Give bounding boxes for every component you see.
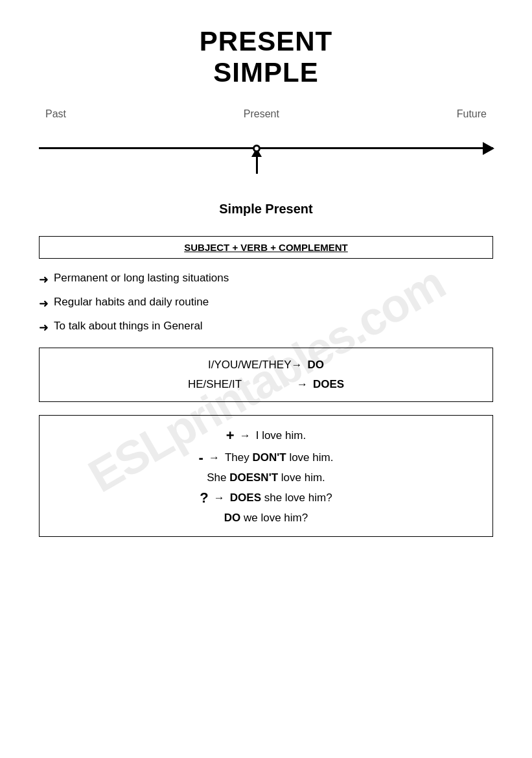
- timeline-diagram: [39, 123, 493, 174]
- use-text-2: Regular habits and daily routine: [54, 296, 209, 309]
- negative-text-1: They DON'T love him.: [225, 451, 334, 464]
- formula-box: SUBJECT + VERB + COMPLEMENT: [39, 236, 493, 259]
- negative-arrow: →: [209, 451, 220, 464]
- timeline-dot: [253, 145, 260, 152]
- use-text-1: Permanent or long lasting situations: [54, 272, 229, 285]
- conjugation-box: I/YOU/WE/THEY→ DO HE/SHE/IT → DOES: [39, 348, 493, 402]
- arrow-icon-1: ➜: [39, 272, 49, 287]
- timeline-line: [39, 147, 493, 149]
- negative-text-2: She DOESN'T love him.: [207, 471, 325, 484]
- future-label: Future: [457, 108, 487, 120]
- timeline-labels: Past Present Future: [39, 108, 493, 120]
- positive-text: I love him.: [256, 429, 306, 442]
- question-text-2: DO we love him?: [224, 512, 308, 525]
- conj-verb-2: DOES: [313, 378, 344, 391]
- question-arrow: →: [214, 492, 225, 504]
- negative-symbol: -: [199, 449, 203, 466]
- page-title: PRESENT SIMPLE: [39, 26, 493, 89]
- question-symbol: ?: [200, 490, 208, 506]
- arrow-icon-3: ➜: [39, 320, 49, 335]
- question-text-1: DOES she love him?: [230, 492, 332, 504]
- conj-arrow-2: →: [297, 378, 308, 391]
- conj-row-2: HE/SHE/IT → DOES: [55, 378, 477, 391]
- conj-verb-1: DO: [307, 359, 324, 372]
- uses-list: ➜ Permanent or long lasting situations ➜…: [39, 272, 493, 335]
- formula-text: SUBJECT + VERB + COMPLEMENT: [184, 242, 348, 253]
- positive-example: + → I love him.: [59, 427, 473, 444]
- use-item-3: ➜ To talk about things in General: [39, 320, 493, 335]
- use-item-1: ➜ Permanent or long lasting situations: [39, 272, 493, 287]
- arrow-icon-2: ➜: [39, 296, 49, 311]
- conj-subject-2: HE/SHE/IT: [188, 378, 292, 391]
- examples-box: + → I love him. - → They DON'T love him.…: [39, 415, 493, 537]
- simple-present-annotation: Simple Present: [39, 202, 493, 217]
- present-label: Present: [244, 108, 279, 120]
- conj-row-1: I/YOU/WE/THEY→ DO: [55, 359, 477, 372]
- question-example-1: ? → DOES she love him?: [59, 490, 473, 506]
- conj-subject-1: I/YOU/WE/THEY→: [208, 359, 302, 372]
- positive-symbol: +: [226, 427, 235, 444]
- past-label: Past: [45, 108, 66, 120]
- timeline-section: Past Present Future Simple Present: [39, 108, 493, 217]
- question-example-2: DO we love him?: [59, 512, 473, 525]
- negative-example-2: She DOESN'T love him.: [59, 471, 473, 484]
- use-item-2: ➜ Regular habits and daily routine: [39, 296, 493, 311]
- positive-arrow: →: [240, 429, 251, 442]
- negative-example-1: - → They DON'T love him.: [59, 449, 473, 466]
- use-text-3: To talk about things in General: [54, 320, 203, 333]
